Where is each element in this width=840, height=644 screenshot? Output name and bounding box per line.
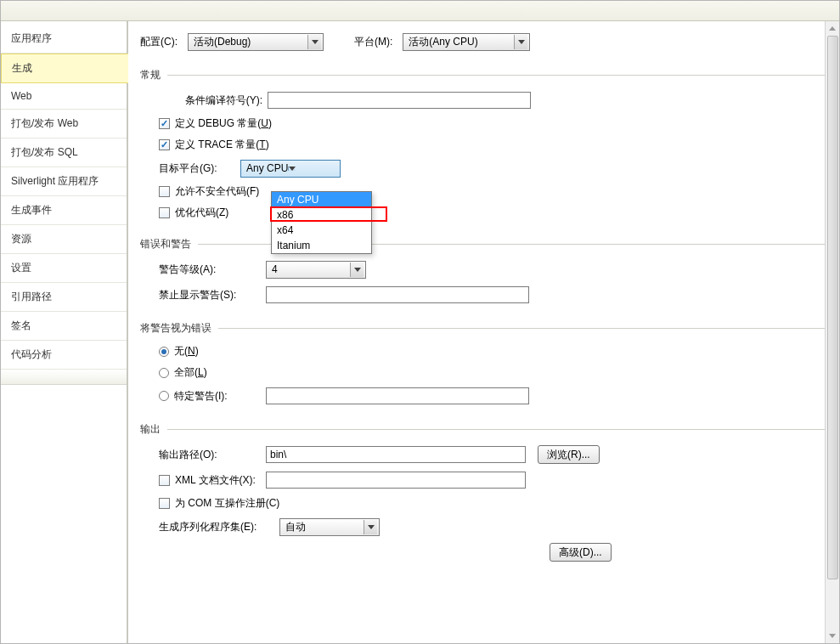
svg-marker-6 xyxy=(829,634,836,638)
treat-none-label: 无(N) xyxy=(174,344,199,359)
tab-settings[interactable]: 设置 xyxy=(1,254,127,283)
chevron-down-icon xyxy=(288,167,296,171)
section-general-title: 常规 xyxy=(140,68,161,82)
warn-level-value: 4 xyxy=(272,263,278,275)
chevron-down-icon xyxy=(350,263,364,277)
xmldoc-label: XML 文档文件(X): xyxy=(175,473,266,488)
chevron-down-icon xyxy=(307,35,321,49)
warn-level-dropdown[interactable]: 4 xyxy=(266,261,366,279)
treat-specific-radio[interactable] xyxy=(159,391,169,401)
xmldoc-checkbox[interactable] xyxy=(159,475,170,486)
output-path-label: 输出路径(O): xyxy=(159,448,266,462)
target-option-x86[interactable]: x86 xyxy=(272,207,371,223)
scroll-down-icon[interactable] xyxy=(826,629,839,643)
svg-marker-5 xyxy=(829,26,836,31)
treat-specific-label: 特定警告(I): xyxy=(174,389,266,404)
tab-fade xyxy=(1,370,127,385)
svg-marker-4 xyxy=(368,525,375,529)
com-reg-label: 为 COM 互操作注册(C) xyxy=(175,496,279,511)
tab-signing[interactable]: 签名 xyxy=(1,312,127,341)
treat-none-radio[interactable] xyxy=(159,347,169,357)
trace-const-label: 定义 TRACE 常量(T) xyxy=(175,138,269,152)
tab-build[interactable]: 生成 xyxy=(1,54,128,83)
divider xyxy=(167,429,827,430)
gen-serial-dropdown[interactable]: 自动 xyxy=(279,518,380,536)
config-dropdown[interactable]: 活动(Debug) xyxy=(188,33,324,51)
cond-compile-input[interactable] xyxy=(268,92,531,109)
target-option-itanium[interactable]: Itanium xyxy=(272,238,371,253)
tab-silverlight[interactable]: Silverlight 应用程序 xyxy=(1,167,127,196)
tab-ref-paths[interactable]: 引用路径 xyxy=(1,283,127,312)
suppress-label: 禁止显示警告(S): xyxy=(159,288,266,302)
svg-marker-0 xyxy=(312,40,319,44)
svg-marker-3 xyxy=(354,268,361,272)
treat-specific-input[interactable] xyxy=(266,387,529,404)
treat-all-radio[interactable] xyxy=(159,368,169,378)
output-path-input[interactable] xyxy=(266,446,526,463)
divider xyxy=(167,75,827,76)
suppress-input[interactable] xyxy=(266,286,529,303)
divider xyxy=(218,328,827,329)
treat-all-label: 全部(L) xyxy=(174,365,207,380)
trace-const-checkbox[interactable] xyxy=(159,139,170,150)
chevron-down-icon xyxy=(364,520,377,534)
target-platform-label: 目标平台(G): xyxy=(159,161,240,176)
debug-const-checkbox[interactable] xyxy=(159,118,170,129)
window-top-bar xyxy=(1,1,839,21)
gen-serial-value: 自动 xyxy=(285,520,306,534)
config-label: 配置(C): xyxy=(140,35,178,49)
content-area: 配置(C): 活动(Debug) 平台(M): 活动(Any CPU) 常规 xyxy=(128,21,839,643)
allow-unsafe-label: 允许不安全代码(F) xyxy=(175,184,259,199)
tab-web[interactable]: Web xyxy=(1,83,127,110)
platform-value: 活动(Any CPU) xyxy=(409,35,477,49)
target-platform-option-list[interactable]: Any CPU x86 x64 Itanium xyxy=(271,191,372,254)
tab-application[interactable]: 应用程序 xyxy=(1,25,127,54)
tab-resources[interactable]: 资源 xyxy=(1,225,127,254)
vertical-scrollbar[interactable] xyxy=(825,21,839,643)
scroll-thumb[interactable] xyxy=(827,36,838,579)
platform-label: 平台(M): xyxy=(354,35,392,49)
com-reg-checkbox[interactable] xyxy=(159,498,170,509)
svg-marker-2 xyxy=(289,167,296,171)
svg-marker-1 xyxy=(518,40,525,44)
tab-pack-sql[interactable]: 打包/发布 SQL xyxy=(1,138,127,167)
advanced-button[interactable]: 高级(D)... xyxy=(550,543,612,562)
target-option-anycpu[interactable]: Any CPU xyxy=(272,192,371,207)
side-tabs: 应用程序 生成 Web 打包/发布 Web 打包/发布 SQL Silverli… xyxy=(1,21,128,643)
target-platform-dropdown[interactable]: Any CPU xyxy=(240,160,341,178)
target-option-x64[interactable]: x64 xyxy=(272,223,371,238)
debug-const-label: 定义 DEBUG 常量(U) xyxy=(175,116,272,131)
cond-compile-label: 条件编译符号(Y): xyxy=(159,93,268,108)
config-row: 配置(C): 活动(Debug) 平台(M): 活动(Any CPU) xyxy=(140,33,827,51)
tab-code-analysis[interactable]: 代码分析 xyxy=(1,341,127,370)
section-treat-title: 将警告视为错误 xyxy=(140,321,211,336)
browse-button[interactable]: 浏览(R)... xyxy=(538,445,600,464)
platform-dropdown[interactable]: 活动(Any CPU) xyxy=(403,33,530,51)
section-output-title: 输出 xyxy=(140,422,161,437)
scroll-up-icon[interactable] xyxy=(826,21,839,36)
warn-level-label: 警告等级(A): xyxy=(159,263,266,277)
section-output: 输出 输出路径(O): 浏览(R)... XML 文档文件(X): 为 C xyxy=(140,422,827,562)
xmldoc-input[interactable] xyxy=(266,472,526,489)
allow-unsafe-checkbox[interactable] xyxy=(159,186,170,197)
optimize-label: 优化代码(Z) xyxy=(175,206,228,220)
section-errors: 错误和警告 警告等级(A): 4 禁止显示警告(S): xyxy=(140,237,827,304)
tab-build-events[interactable]: 生成事件 xyxy=(1,196,127,225)
target-platform-value: Any CPU xyxy=(246,162,288,174)
section-treat-as-error: 将警告视为错误 无(N) 全部(L) 特定 xyxy=(140,321,827,405)
gen-serial-label: 生成序列化程序集(E): xyxy=(159,520,279,534)
tab-pack-web[interactable]: 打包/发布 Web xyxy=(1,110,127,138)
section-general: 常规 条件编译符号(Y): 定义 DEBUG 常量(U) 定义 xyxy=(140,68,827,220)
config-value: 活动(Debug) xyxy=(194,35,251,49)
section-errors-title: 错误和警告 xyxy=(140,237,191,251)
optimize-checkbox[interactable] xyxy=(159,207,170,218)
chevron-down-icon xyxy=(514,35,527,49)
